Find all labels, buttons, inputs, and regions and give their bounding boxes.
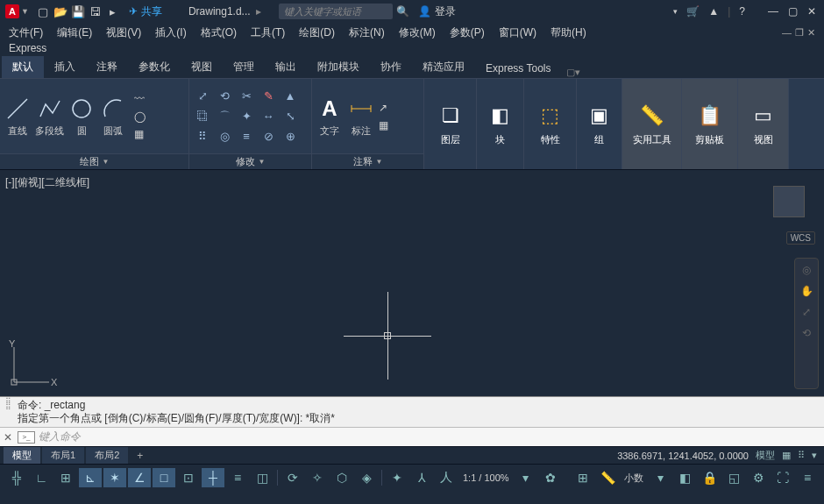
tool-dimension[interactable]: 标注 <box>347 95 375 138</box>
panel-modify-footer[interactable]: 修改 ▼ <box>189 153 311 169</box>
maximize-button[interactable]: ▢ <box>785 5 799 18</box>
steering-wheel-icon[interactable]: ◎ <box>802 264 811 276</box>
panel-annotation-footer[interactable]: 注释 ▼ <box>312 153 423 169</box>
search-icon[interactable]: 🔍 <box>396 5 409 18</box>
app-logo[interactable]: A <box>5 4 19 18</box>
zoom-extents-icon[interactable]: ⤢ <box>802 306 811 318</box>
join-icon[interactable]: ⊕ <box>281 128 300 146</box>
sub-restore[interactable]: ❐ <box>795 27 804 39</box>
app-menu-dropdown[interactable]: ▼ <box>21 7 29 16</box>
tool-line[interactable]: 直线 <box>4 95 32 138</box>
ribbon-tab-express[interactable]: Express Tools <box>475 59 561 78</box>
menu-parametric[interactable]: 参数(P) <box>450 25 485 40</box>
autodesk-icon[interactable]: ▲ <box>708 5 719 18</box>
ribbon-tab-parametric[interactable]: 参数化 <box>128 56 181 78</box>
sb-annoscale[interactable]: ⅄ <box>410 468 433 487</box>
sb-polar[interactable]: ✶ <box>103 468 126 487</box>
sb-annovisibility[interactable]: 人 <box>435 468 458 487</box>
view-cube[interactable] <box>763 175 815 228</box>
open-icon[interactable]: 📂 <box>53 4 67 18</box>
tool-text[interactable]: A 文字 <box>316 95 344 138</box>
erase-icon[interactable]: ✎ <box>259 88 278 105</box>
sb-dyn[interactable]: ┼ <box>202 468 224 487</box>
sb-units-text[interactable]: 小数 <box>621 472 647 485</box>
menu-dimension[interactable]: 标注(N) <box>349 25 385 40</box>
menu-view[interactable]: 视图(V) <box>106 25 141 40</box>
sb-3dosnap[interactable]: □ <box>153 468 175 487</box>
login-button[interactable]: 👤 登录 <box>418 4 456 19</box>
sb-grid[interactable]: ╬ <box>5 468 28 487</box>
sb-units-icon[interactable]: 📏 <box>596 468 619 487</box>
table-icon[interactable]: ▦ <box>379 119 388 131</box>
command-input[interactable]: 键入命令 <box>39 429 81 444</box>
save-icon[interactable]: 💾 <box>71 4 85 18</box>
sb-infer[interactable]: ⊞ <box>54 468 77 487</box>
help-icon[interactable]: ? <box>739 5 745 18</box>
scale-icon[interactable]: ⤡ <box>281 108 300 125</box>
menu-modify[interactable]: 修改(M) <box>399 25 436 40</box>
tab-layout1[interactable]: 布局1 <box>42 447 84 464</box>
sb-transparency[interactable]: ◫ <box>251 468 273 487</box>
tool-blocks[interactable]: ◧ 块 <box>477 79 523 169</box>
menu-tools[interactable]: 工具(T) <box>251 25 285 40</box>
command-close-icon[interactable]: ✕ <box>4 431 14 444</box>
tool-layers[interactable]: ❏ 图层 <box>424 79 476 169</box>
tool-arc[interactable]: 圆弧 <box>99 95 127 138</box>
stretch-icon[interactable]: ↔ <box>259 108 278 125</box>
sb-isolate[interactable]: ◱ <box>722 468 745 487</box>
ribbon-tab-extra[interactable]: ▢▾ <box>566 67 580 78</box>
ribbon-tab-annotate[interactable]: 注释 <box>86 56 128 78</box>
status-model-label[interactable]: 模型 <box>756 449 775 462</box>
saveas-icon[interactable]: 🖫 <box>89 4 103 18</box>
array-icon[interactable]: ⠿ <box>193 128 212 146</box>
close-button[interactable]: ✕ <box>805 5 819 18</box>
mirror-icon[interactable]: ▲ <box>281 88 300 105</box>
sb-snap[interactable]: ∟ <box>30 468 53 487</box>
search-input[interactable]: 键入关键字或短语 <box>279 4 393 19</box>
ribbon-tab-featured[interactable]: 精选应用 <box>412 56 475 78</box>
trim-icon[interactable]: ✂ <box>237 88 256 105</box>
sb-units-dropdown[interactable]: ▾ <box>649 468 671 487</box>
command-prompt-icon[interactable]: >_ <box>18 431 35 444</box>
copy-icon[interactable]: ⿻ <box>193 108 212 125</box>
navigation-bar[interactable]: ◎ ✋ ⤢ ⟲ <box>794 258 819 389</box>
spline-icon[interactable]: 〰 <box>134 93 146 105</box>
panel-draw-footer[interactable]: 绘图 ▼ <box>0 153 188 169</box>
offset-icon[interactable]: ◎ <box>215 128 234 146</box>
sb-customize[interactable]: ≡ <box>796 468 819 487</box>
status-dropdown-icon[interactable]: ▾ <box>812 450 817 461</box>
add-layout-button[interactable]: + <box>130 448 150 464</box>
menu-format[interactable]: 格式(O) <box>201 25 237 40</box>
tool-circle[interactable]: 圆 <box>67 95 96 138</box>
tool-clipboard[interactable]: 📋 剪贴板 <box>682 79 737 169</box>
login-dropdown-icon[interactable]: ▾ <box>673 7 678 16</box>
sb-otrack[interactable]: ⊡ <box>177 468 200 487</box>
command-handle[interactable]: ⠿⠿ <box>5 399 18 425</box>
explode-icon[interactable]: ✦ <box>237 108 256 125</box>
sb-3dsnap[interactable]: ✧ <box>306 468 329 487</box>
break-icon[interactable]: ⊘ <box>259 128 278 146</box>
menu-window[interactable]: 窗口(W) <box>499 25 536 40</box>
qat-arrow-icon[interactable]: ▸ <box>106 4 120 18</box>
sb-zoom-dropdown[interactable]: ▾ <box>515 468 537 487</box>
doc-dropdown-icon[interactable]: ▸ <box>256 5 261 18</box>
sub-close[interactable]: ✕ <box>807 27 815 39</box>
ribbon-tab-view[interactable]: 视图 <box>181 56 223 78</box>
fillet-icon[interactable]: ⌒ <box>215 108 234 125</box>
leader-icon[interactable]: ↗ <box>379 102 388 114</box>
tab-model[interactable]: 模型 <box>4 447 40 464</box>
grid-icon[interactable]: ▦ <box>782 450 791 461</box>
sb-osnap[interactable]: ∠ <box>128 468 151 487</box>
sb-zoom-text[interactable]: 1:1 / 100% <box>459 472 513 483</box>
tool-groups[interactable]: ▣ 组 <box>577 79 622 169</box>
sb-filter[interactable]: ◈ <box>355 468 378 487</box>
tool-view[interactable]: ▭ 视图 <box>738 79 788 169</box>
ribbon-tab-collab[interactable]: 协作 <box>370 56 412 78</box>
menu-help[interactable]: 帮助(H) <box>551 25 586 40</box>
sb-workspace[interactable]: ✿ <box>539 468 562 487</box>
pan-icon[interactable]: ✋ <box>800 285 813 297</box>
sb-dynucs[interactable]: ⬡ <box>330 468 353 487</box>
sb-gizmo[interactable]: ✦ <box>386 468 408 487</box>
ribbon-tab-addins[interactable]: 附加模块 <box>307 56 370 78</box>
snap-icon[interactable]: ⠿ <box>798 450 805 461</box>
